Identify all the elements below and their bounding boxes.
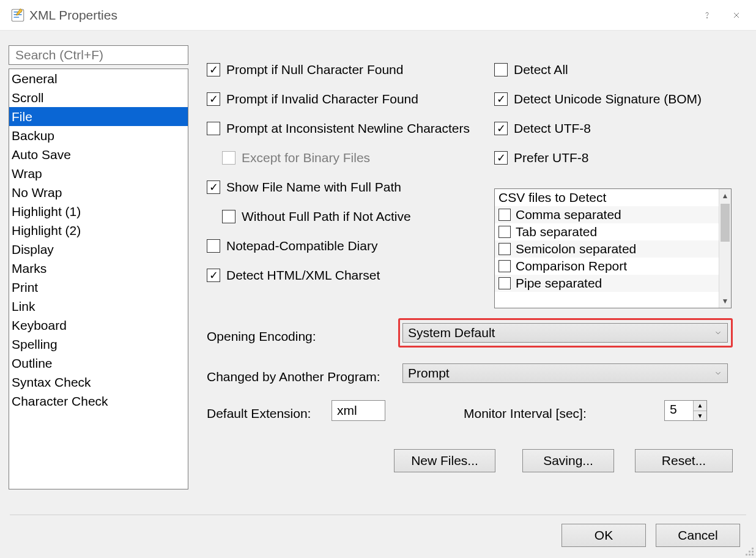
- category-item[interactable]: Wrap: [9, 164, 188, 183]
- ok-button[interactable]: OK: [561, 524, 646, 547]
- category-item[interactable]: Print: [9, 278, 188, 297]
- new-files-button[interactable]: New Files...: [394, 449, 495, 472]
- titlebar: XML Properties: [0, 0, 756, 31]
- csv-option[interactable]: Pipe separated: [495, 275, 719, 292]
- check-without-full-path[interactable]: Without Full Path if Not Active: [207, 209, 482, 224]
- category-item[interactable]: No Wrap: [9, 183, 188, 202]
- category-item[interactable]: Link: [9, 297, 188, 316]
- category-list[interactable]: GeneralScrollFileBackupAuto SaveWrapNo W…: [9, 69, 188, 489]
- check-detect-bom[interactable]: Detect Unicode Signature (BOM): [494, 92, 733, 106]
- search-input[interactable]: [9, 45, 188, 65]
- scrollbar[interactable]: ▲ ▼: [719, 189, 731, 308]
- window-title: XML Properties: [29, 8, 692, 23]
- csv-option[interactable]: Semicolon separated: [495, 240, 719, 258]
- category-item[interactable]: Display: [9, 240, 188, 259]
- category-item[interactable]: Highlight (2): [9, 221, 188, 240]
- sidebar: GeneralScrollFileBackupAuto SaveWrapNo W…: [9, 45, 188, 489]
- monitor-interval-label: Monitor Interval [sec]:: [464, 406, 587, 421]
- category-item[interactable]: File: [9, 107, 188, 126]
- category-item[interactable]: Spelling: [9, 335, 188, 354]
- csv-detect-list[interactable]: CSV files to Detect Comma separatedTab s…: [494, 188, 732, 308]
- category-item[interactable]: Backup: [9, 126, 188, 145]
- reset-button[interactable]: Reset...: [635, 449, 733, 472]
- check-prefer-utf8[interactable]: Prefer UTF-8: [494, 151, 733, 165]
- category-item[interactable]: Character Check: [9, 392, 188, 411]
- checks-left-column: Prompt if Null Character Found Prompt if…: [207, 62, 482, 297]
- changed-by-label: Changed by Another Program:: [207, 370, 380, 384]
- scroll-up-icon[interactable]: ▲: [719, 189, 731, 203]
- close-button[interactable]: [722, 3, 751, 28]
- check-show-full-path[interactable]: Show File Name with Full Path: [207, 180, 482, 195]
- check-detect-all[interactable]: Detect All: [494, 62, 733, 77]
- checks-right-column: Detect All Detect Unicode Signature (BOM…: [494, 62, 733, 180]
- category-item[interactable]: Marks: [9, 259, 188, 278]
- check-notepad-diary[interactable]: Notepad-Compatible Diary: [207, 239, 482, 253]
- check-detect-html[interactable]: Detect HTML/XML Charset: [207, 268, 482, 283]
- category-item[interactable]: Highlight (1): [9, 202, 188, 221]
- spinner-up-icon[interactable]: ▲: [694, 401, 706, 411]
- category-item[interactable]: Syntax Check: [9, 373, 188, 392]
- help-button[interactable]: [692, 3, 722, 28]
- separator: [10, 515, 746, 515]
- category-item[interactable]: Scroll: [9, 88, 188, 107]
- csv-heading: CSV files to Detect: [495, 189, 719, 206]
- saving-button[interactable]: Saving...: [522, 449, 614, 472]
- scroll-down-icon[interactable]: ▼: [719, 294, 731, 308]
- default-extension-label: Default Extension:: [207, 406, 311, 421]
- changed-by-combo[interactable]: Prompt: [402, 363, 728, 383]
- check-prompt-null[interactable]: Prompt if Null Character Found: [207, 62, 482, 77]
- app-icon: [10, 7, 26, 23]
- check-prompt-invalid[interactable]: Prompt if Invalid Character Found: [207, 92, 482, 106]
- default-extension-input[interactable]: [332, 400, 385, 421]
- category-item[interactable]: General: [9, 69, 188, 88]
- content-pane: Prompt if Null Character Found Prompt if…: [207, 62, 744, 485]
- csv-option[interactable]: Comparison Report: [495, 258, 719, 275]
- csv-option[interactable]: Comma separated: [495, 206, 719, 223]
- opening-encoding-label: Opening Encoding:: [207, 329, 316, 344]
- chevron-down-icon: [714, 326, 722, 340]
- cancel-button[interactable]: Cancel: [656, 524, 740, 547]
- svg-point-1: [706, 17, 707, 18]
- scroll-thumb[interactable]: [721, 204, 730, 242]
- category-item[interactable]: Auto Save: [9, 145, 188, 164]
- check-except-binary: Except for Binary Files: [207, 151, 482, 165]
- chevron-down-icon: [714, 366, 722, 381]
- monitor-interval-spinner[interactable]: 5 ▲▼: [664, 400, 707, 421]
- check-detect-utf8[interactable]: Detect UTF-8: [494, 121, 733, 136]
- csv-option[interactable]: Tab separated: [495, 223, 719, 240]
- category-item[interactable]: Keyboard: [9, 316, 188, 335]
- opening-encoding-combo[interactable]: System Default: [402, 323, 728, 343]
- spinner-down-icon[interactable]: ▼: [694, 411, 706, 421]
- check-prompt-newline[interactable]: Prompt at Inconsistent Newline Character…: [207, 121, 482, 136]
- resize-grip[interactable]: [745, 547, 755, 557]
- category-item[interactable]: Outline: [9, 354, 188, 373]
